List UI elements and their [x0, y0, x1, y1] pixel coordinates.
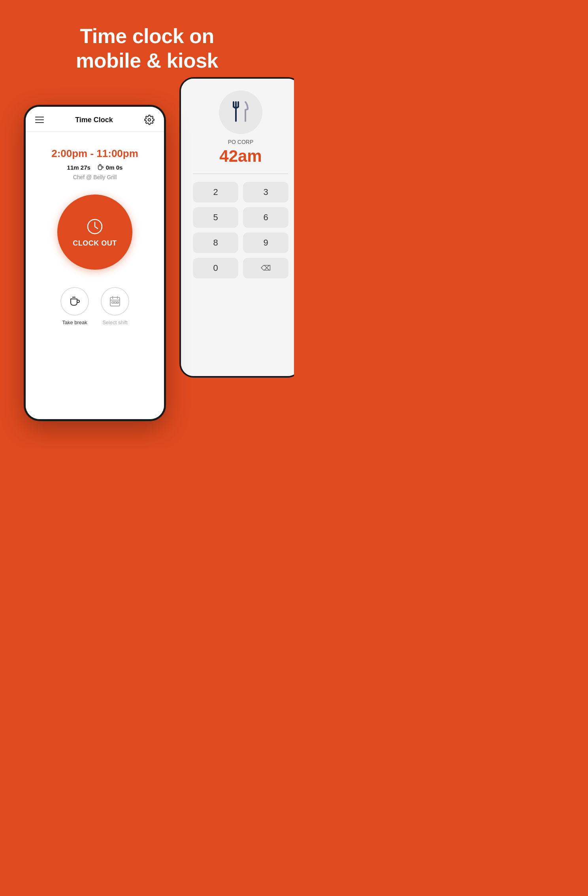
kiosk-time-display: 42am [219, 147, 262, 166]
hero-title: Time clock on mobile & kiosk [0, 24, 294, 73]
kiosk-divider [193, 174, 288, 174]
break-duration: 0m 0s [97, 164, 123, 171]
shift-duration: 11m 27s [67, 164, 90, 171]
mobile-content: 2:00pm - 11:00pm 11m 27s 0m 0s Chef @ Be… [26, 132, 164, 419]
numpad-6[interactable]: 6 [243, 207, 288, 228]
mobile-title: Time Clock [75, 116, 113, 124]
settings-icon[interactable] [144, 115, 155, 125]
kiosk-logo [219, 91, 262, 134]
svg-rect-11 [112, 302, 114, 303]
select-shift-circle[interactable] [101, 287, 129, 316]
kiosk-numpad[interactable]: 2 3 5 6 8 9 0 ⌫ [181, 182, 294, 278]
take-break-label: Take break [62, 319, 87, 325]
kiosk-company-name: PO CORP [228, 139, 254, 145]
fork-knife-icon [228, 99, 253, 126]
break-time: 0m 0s [106, 164, 123, 171]
take-break-circle[interactable] [60, 287, 89, 316]
svg-point-5 [148, 119, 151, 121]
shift-meta: 11m 27s 0m 0s [67, 164, 123, 171]
mobile-device: Time Clock 2:00pm - 11:00pm 11m 27s 0 [24, 105, 166, 421]
shift-role: Chef @ Belly Grill [73, 174, 117, 180]
coffee-cup-icon [97, 164, 104, 171]
numpad-3[interactable]: 3 [243, 182, 288, 202]
kiosk-device: PO CORP 42am 2 3 5 6 8 9 0 ⌫ [179, 77, 294, 378]
clock-icon [85, 217, 104, 236]
svg-rect-12 [114, 302, 116, 303]
numpad-0[interactable]: 0 [193, 258, 238, 278]
numpad-9[interactable]: 9 [243, 233, 288, 253]
numpad-2[interactable]: 2 [193, 182, 238, 202]
coffee-break-icon [69, 295, 81, 307]
clock-out-button[interactable]: CLOCK OUT [57, 195, 132, 270]
select-shift-button[interactable]: Select shift [101, 287, 129, 325]
shift-calendar-icon [109, 295, 121, 307]
numpad-8[interactable]: 8 [193, 233, 238, 253]
svg-rect-13 [117, 302, 119, 303]
take-break-button[interactable]: Take break [60, 287, 89, 325]
numpad-5[interactable]: 5 [193, 207, 238, 228]
numpad-backspace[interactable]: ⌫ [243, 258, 288, 278]
mobile-header: Time Clock [26, 107, 164, 132]
clock-out-label: CLOCK OUT [73, 239, 117, 248]
menu-icon[interactable] [35, 117, 44, 123]
action-buttons: Take break Select [60, 287, 129, 325]
hero-section: Time clock on mobile & kiosk [0, 24, 294, 73]
shift-time-range: 2:00pm - 11:00pm [51, 147, 138, 160]
select-shift-label: Select shift [102, 319, 128, 325]
